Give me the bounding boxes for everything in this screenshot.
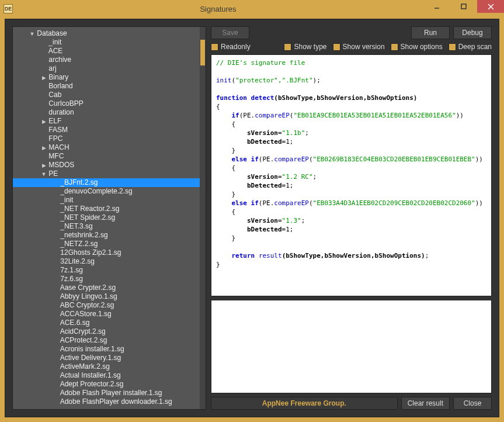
tree-item[interactable]: _NET Reactor.2.sg <box>13 205 200 213</box>
tree-item[interactable]: ACE <box>13 47 200 56</box>
tree-item-label: duration <box>47 108 74 116</box>
tree-item[interactable]: archive <box>13 56 200 64</box>
tree-item-label: ELF <box>47 117 61 125</box>
tree-item[interactable]: ACCAStore.1.sg <box>13 310 200 319</box>
tree-item[interactable]: ▶ MSDOS <box>13 161 200 170</box>
tree-item-label: Binary <box>47 73 68 81</box>
readonly-checkbox[interactable]: Readonly <box>211 43 251 51</box>
checkbox-icon <box>333 43 340 51</box>
tree-item-label: Adobe FlashPlayer downloader.1.sg <box>58 397 172 406</box>
tree-item[interactable]: ▼ PE <box>13 170 200 178</box>
save-button[interactable]: Save <box>211 26 249 39</box>
tree-item[interactable]: duration <box>13 108 200 117</box>
tree-item[interactable]: 7z.6.sg <box>13 275 200 283</box>
tree-item-label: PE <box>47 170 58 178</box>
tree-item[interactable]: MFC <box>13 152 200 161</box>
close-button[interactable]: Close <box>453 397 492 410</box>
tree-item-label: arj <box>47 64 57 72</box>
tree-item[interactable]: Borland <box>13 82 200 91</box>
tree-item-label: Active Delivery.1.sg <box>58 354 121 362</box>
output-pane[interactable] <box>211 300 492 393</box>
tree-item-label: ACE <box>47 47 62 55</box>
chevron-down-icon: ▼ <box>29 30 35 39</box>
tree-item[interactable]: ACProtect.2.sg <box>13 336 200 345</box>
tree-item-label: FASM <box>47 126 68 134</box>
window-close-button[interactable] <box>477 0 504 13</box>
tree-item[interactable]: ▶ ELF <box>13 117 200 126</box>
tree-item[interactable]: Actual Installer.1.sg <box>13 371 200 380</box>
tree-item[interactable]: Abbyy Lingvo.1.sg <box>13 292 200 301</box>
tree-item[interactable]: 12Ghosts Zip2.1.sg <box>13 248 200 257</box>
tree-item[interactable]: _denuvoComplete.2.sg <box>13 187 200 196</box>
tree-item-label: _NET Reactor.2.sg <box>58 205 120 213</box>
run-button[interactable]: Run <box>411 26 450 39</box>
deep-scan-checkbox[interactable]: Deep scan <box>449 43 492 51</box>
footer-credit: AppNee Freeware Group. <box>211 397 398 410</box>
show-version-checkbox[interactable]: Show version <box>333 43 385 51</box>
tree-item[interactable]: ACE.6.sg <box>13 319 200 327</box>
tree-item[interactable]: _NET.3.sg <box>13 222 200 231</box>
show-options-checkbox[interactable]: Show options <box>391 43 443 51</box>
tree-item[interactable]: _NET Spider.2.sg <box>13 213 200 222</box>
tree-item-label: Database <box>35 29 67 37</box>
tree-item-label: Acronis installer.1.sg <box>58 345 124 353</box>
tree-item-label: CurIcoBPP <box>47 99 84 108</box>
checkbox-icon <box>391 43 398 51</box>
titlebar[interactable]: DE Signatures <box>0 0 504 18</box>
debug-button[interactable]: Debug <box>453 26 492 39</box>
chevron-right-icon: ▶ <box>41 117 47 126</box>
tree-item-label: ACProtect.2.sg <box>58 336 107 344</box>
tree-item[interactable]: ActiveMark.2.sg <box>13 362 200 371</box>
tree-item[interactable]: Aase Crypter.2.sg <box>13 283 200 292</box>
tree-item[interactable]: ▶ MACH <box>13 143 200 152</box>
checkbox-icon <box>284 43 291 51</box>
tree-item-label: Aase Crypter.2.sg <box>58 283 116 292</box>
tree-item[interactable]: ABC Cryptor.2.sg <box>13 301 200 310</box>
tree-item-label: Adobe Flash Player installer.1.sg <box>58 389 162 397</box>
tree-item[interactable]: arj <box>13 64 200 73</box>
tree-item[interactable]: FASM <box>13 126 200 134</box>
content-area: ▼ Database _init ACE archive arj▶ Binary… <box>5 19 499 417</box>
tree-item[interactable]: _NETZ.2.sg <box>13 240 200 248</box>
chevron-right-icon: ▶ <box>41 161 47 170</box>
tree-item[interactable]: ▼ Database <box>13 29 200 38</box>
tree-item[interactable]: _init <box>13 196 200 205</box>
tree-item[interactable]: Cab <box>13 91 200 99</box>
tree-item-label: ActiveMark.2.sg <box>58 362 110 371</box>
tree-item[interactable]: _init <box>13 38 200 47</box>
tree-item[interactable]: Adobe Flash Player installer.1.sg <box>13 389 200 397</box>
tree-item[interactable]: Active Delivery.1.sg <box>13 354 200 362</box>
clear-result-button[interactable]: Clear result <box>401 397 450 410</box>
tree-scrollbar[interactable] <box>200 27 206 409</box>
tree-item[interactable]: CurIcoBPP <box>13 99 200 108</box>
show-type-checkbox[interactable]: Show type <box>284 43 326 51</box>
tree-item-label: ABC Cryptor.2.sg <box>58 301 114 309</box>
tree-item-selected[interactable]: _BJFnt.2.sg <box>13 178 200 187</box>
tree-item-label: Abbyy Lingvo.1.sg <box>58 292 117 300</box>
show-version-label: Show version <box>343 43 385 51</box>
tree-item[interactable]: Adobe FlashPlayer downloader.1.sg <box>13 397 200 406</box>
tree-item[interactable]: ▶ Binary <box>13 73 200 82</box>
tree-item-label: ACCAStore.1.sg <box>58 310 112 318</box>
tree-item[interactable]: Acronis installer.1.sg <box>13 345 200 354</box>
tree-item-label: MSDOS <box>47 161 74 169</box>
maximize-button[interactable] <box>450 0 477 13</box>
scrollbar-thumb[interactable] <box>200 40 205 65</box>
tree-item-label: Actual Installer.1.sg <box>58 371 121 379</box>
tree-item[interactable]: AcidCrypt.2.sg <box>13 327 200 336</box>
tree-item-label: ACE.6.sg <box>58 319 89 327</box>
tree-item-label: _NET Spider.2.sg <box>58 213 115 222</box>
show-type-label: Show type <box>294 43 326 51</box>
chevron-right-icon: ▶ <box>41 144 47 153</box>
tree-item-label: Borland <box>47 82 73 90</box>
code-editor[interactable]: // DIE's signature file init("protector"… <box>211 54 492 296</box>
tree-item-label: 7z.1.sg <box>58 266 83 274</box>
tree-item[interactable]: _netshrink.2.sg <box>13 231 200 240</box>
minimize-button[interactable] <box>423 0 450 13</box>
tree-item[interactable]: 7z.1.sg <box>13 266 200 275</box>
tree-item[interactable]: FPC <box>13 134 200 143</box>
tree-item[interactable]: 32Lite.2.sg <box>13 257 200 266</box>
tree-item-label: FPC <box>47 134 62 143</box>
tree-item[interactable]: Adept Protector.2.sg <box>13 380 200 389</box>
database-tree[interactable]: ▼ Database _init ACE archive arj▶ Binary… <box>12 26 206 410</box>
